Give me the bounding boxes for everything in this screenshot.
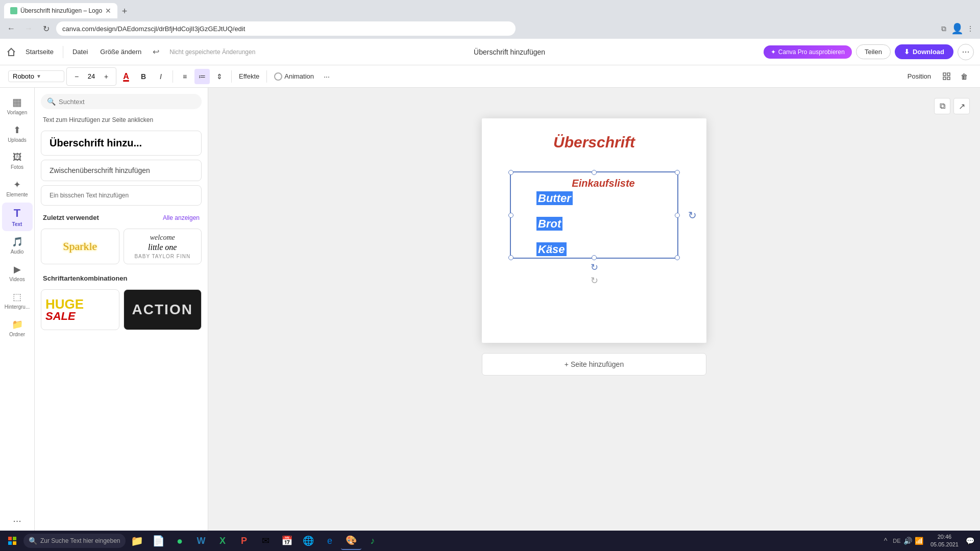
sidebar-item-elemente[interactable]: ✦ Elemente [2, 175, 33, 202]
handle-br[interactable] [675, 255, 680, 260]
address-bar[interactable]: canva.com/design/DAEdomzscjl/drBfjHdCojl… [56, 21, 516, 36]
bold-button[interactable]: B [136, 69, 151, 84]
sidebar-item-hintergrund[interactable]: ⬚ Hintergru... [2, 287, 33, 314]
grid-view-button[interactable] [939, 69, 954, 84]
explorer-icon: 📁 [131, 535, 143, 547]
handle-left[interactable] [508, 213, 513, 218]
taskbar-chrome[interactable]: 🌐 [298, 532, 318, 550]
taskbar-search-placeholder: Zur Suche Text hier eingeben [40, 537, 120, 544]
huge-sale-combo[interactable]: HUGE SALE [41, 289, 119, 330]
sidebar-text-label: Text [12, 221, 22, 227]
sidebar-item-uploads[interactable]: ⬆ Uploads [2, 120, 33, 147]
taskbar-search[interactable]: 🔍 Zur Suche Text hier eingeben [23, 534, 126, 548]
font-size-decrease-btn[interactable]: − [69, 69, 84, 84]
taskbar-word[interactable]: W [191, 532, 211, 550]
more-options-button[interactable]: ··· [958, 44, 974, 60]
taskbar-excel[interactable]: X [212, 532, 233, 550]
rotate-icon-right[interactable]: ↻ [688, 209, 697, 221]
notifications-icon[interactable]: 💬 [966, 537, 974, 545]
keyboard-icon[interactable]: DE [893, 537, 901, 545]
text-box-container[interactable]: Einkaufsliste Butter [510, 171, 678, 259]
volume-icon[interactable]: 🔊 [904, 537, 912, 545]
search-icon: 🔍 [47, 97, 56, 106]
font-size-increase-btn[interactable]: + [99, 69, 114, 84]
taskbar-app-canva[interactable]: 🎨 [341, 532, 361, 550]
text-color-button[interactable]: A [118, 69, 134, 84]
forward-btn[interactable]: → [21, 21, 36, 36]
email-icon: ✉ [262, 535, 270, 546]
position-button[interactable]: Position [903, 70, 935, 82]
list-button[interactable]: ≔ [194, 69, 210, 84]
word-icon: W [197, 536, 206, 546]
search-input[interactable] [59, 98, 195, 106]
taskbar-music[interactable]: ♪ [362, 532, 383, 550]
handle-bl[interactable] [508, 255, 513, 260]
align-left-button[interactable]: ≡ [177, 69, 192, 84]
sidebar-item-ordner[interactable]: 📁 Ordner [2, 315, 33, 341]
subheading-option[interactable]: Zwischenüberschrift hinzufügen [41, 160, 202, 181]
network-icon[interactable]: 📶 [915, 537, 923, 545]
taskbar-calendar[interactable]: 📅 [277, 532, 297, 550]
home-label[interactable]: Startseite [22, 46, 57, 58]
toolbar-separator [173, 70, 173, 83]
add-page-button[interactable]: + Seite hinzufügen [482, 353, 706, 375]
line-spacing-button[interactable]: ⇕ [212, 69, 227, 84]
share-button[interactable]: Teilen [856, 44, 891, 59]
back-btn[interactable]: ← [4, 21, 18, 36]
taskbar-edge[interactable]: e [320, 532, 340, 550]
taskbar-explorer[interactable]: 📁 [127, 532, 147, 550]
home-button[interactable] [6, 47, 16, 57]
undo-button[interactable]: ↩ [151, 45, 161, 59]
delete-button[interactable]: 🗑 [957, 69, 972, 84]
sidebar-item-vorlagen[interactable]: ▦ Vorlagen [2, 92, 33, 119]
text-box[interactable]: Einkaufsliste Butter [510, 171, 678, 259]
rotate-handle[interactable]: ↻ [591, 262, 598, 273]
sparkle-text: Sparkle [63, 240, 97, 253]
resize-menu[interactable]: Größe ändern [97, 46, 144, 58]
handle-top[interactable] [592, 170, 597, 175]
action-combo[interactable]: ACTION [124, 289, 202, 330]
effects-button[interactable]: Effekte [236, 70, 262, 82]
baby-font-sample[interactable]: welcome little one BABY TAYLOR FINN [124, 229, 202, 264]
profile-icon[interactable]: 👤 [951, 23, 963, 34]
sidebar-item-videos[interactable]: ▶ Videos [2, 260, 33, 286]
handle-right[interactable] [675, 213, 680, 218]
more-browser-btn[interactable]: ⋮ [965, 23, 976, 34]
handle-bottom[interactable] [592, 255, 597, 260]
animation-button[interactable]: Animation [271, 70, 317, 83]
svg-rect-0 [943, 73, 946, 76]
download-button[interactable]: ⬇ Download [895, 44, 953, 59]
file-menu[interactable]: Datei [69, 46, 91, 58]
italic-button[interactable]: I [153, 69, 168, 84]
tab-close-btn[interactable]: ✕ [105, 7, 111, 15]
sidebar-more-button[interactable]: ··· [7, 510, 28, 531]
tray-icon-1[interactable]: ^ [881, 537, 890, 545]
reload-btn[interactable]: ↻ [39, 21, 53, 36]
taskbar-app3[interactable]: ● [169, 532, 190, 550]
app3-icon: ● [177, 535, 183, 547]
taskbar-powerpoint[interactable]: P [234, 532, 254, 550]
search-box[interactable]: 🔍 [41, 94, 202, 109]
duplicate-canvas-btn[interactable]: ⧉ [934, 98, 950, 114]
sidebar-item-audio[interactable]: 🎵 Audio [2, 232, 33, 259]
heading-option[interactable]: Überschrift hinzu... [41, 131, 202, 156]
handle-tr[interactable] [675, 170, 680, 175]
start-button[interactable] [2, 532, 22, 550]
refresh-handle[interactable]: ↻ [591, 275, 598, 286]
handle-tl[interactable] [508, 170, 513, 175]
browser-tab[interactable]: Überschrift hinzufügen – Logo ✕ [4, 3, 117, 18]
font-family-select[interactable]: Roboto ▼ [8, 70, 64, 82]
new-tab-button[interactable]: + [117, 4, 132, 18]
see-all-button[interactable]: Alle anzeigen [163, 214, 200, 221]
more-toolbar-button[interactable]: ··· [319, 69, 334, 84]
files-icon: 📄 [152, 535, 165, 547]
canva-pro-button[interactable]: ✦ Canva Pro ausprobieren [764, 45, 852, 59]
sparkle-font-sample[interactable]: Sparkle [41, 229, 119, 264]
share-canvas-btn[interactable]: ↗ [953, 98, 970, 114]
sidebar-item-fotos[interactable]: 🖼 Fotos [2, 148, 33, 174]
sidebar-item-text[interactable]: T Text [2, 203, 33, 231]
extensions-icon[interactable]: ⧉ [938, 23, 949, 34]
taskbar-files[interactable]: 📄 [148, 532, 168, 550]
body-text-option[interactable]: Ein bisschen Text hinzufügen [41, 185, 202, 206]
taskbar-email[interactable]: ✉ [255, 532, 276, 550]
